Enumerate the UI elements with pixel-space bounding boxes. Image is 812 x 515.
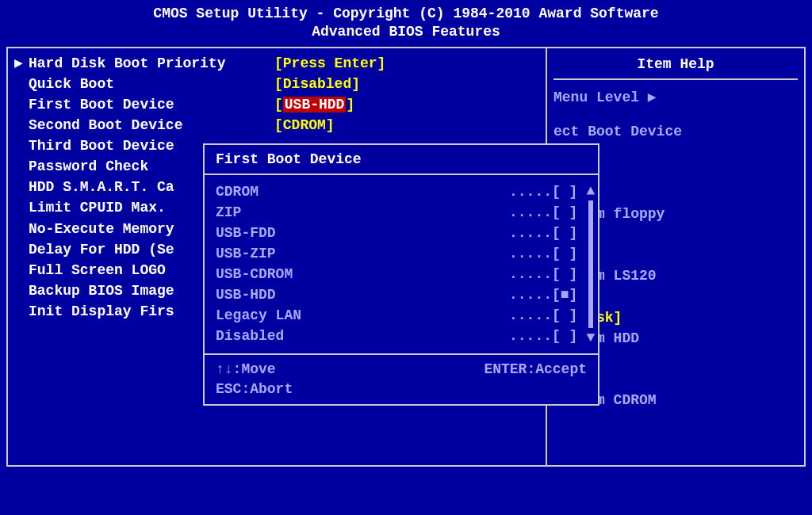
popup-option[interactable]: Legacy LAN ..... [ ]: [216, 305, 587, 326]
scroll-thumb[interactable]: [588, 200, 593, 328]
setting-label: First Boot Device: [29, 94, 274, 115]
setting-value[interactable]: [USB-HDD]: [274, 94, 354, 115]
row-arrow-icon: [14, 115, 29, 135]
popup-dots: .....: [509, 264, 552, 284]
header-subtitle: Advanced BIOS Features: [6, 23, 806, 41]
help-line: ect Boot Device: [553, 121, 798, 142]
popup-option[interactable]: USB-FDD ..... [ ]: [216, 223, 587, 243]
boot-device-popup: First Boot Device CDROM ..... [ ]ZIP ...…: [203, 143, 599, 406]
popup-option[interactable]: USB-HDD ..... [■]: [216, 284, 587, 305]
popup-option-marker: [ ]: [552, 223, 587, 243]
popup-dots: .....: [509, 181, 552, 202]
settings-row[interactable]: Quick Boot[Disabled]: [14, 74, 539, 94]
settings-row[interactable]: ▶Hard Disk Boot Priority[Press Enter]: [14, 53, 539, 74]
popup-option-marker: [ ]: [552, 243, 587, 264]
row-arrow-icon: ▶: [14, 53, 29, 74]
row-arrow-icon: [14, 280, 29, 301]
popup-option-name: USB-ZIP: [216, 243, 509, 264]
setting-value[interactable]: [Disabled]: [274, 74, 360, 94]
popup-option-marker: [ ]: [552, 202, 587, 223]
setting-label: Second Boot Device: [29, 115, 274, 135]
help-text: ect Boot Device: [553, 124, 682, 139]
popup-dots: .....: [509, 305, 552, 326]
popup-option[interactable]: USB-CDROM ..... [ ]: [216, 264, 587, 284]
popup-option-marker: [ ]: [552, 326, 587, 346]
popup-dots: .....: [509, 326, 552, 346]
popup-option-name: USB-FDD: [216, 223, 509, 243]
main-frame: ▶Hard Disk Boot Priority[Press Enter]Qui…: [6, 47, 806, 467]
row-arrow-icon: [14, 74, 29, 94]
popup-option[interactable]: Disabled ..... [ ]: [216, 326, 587, 346]
popup-title: First Boot Device: [205, 151, 598, 175]
scroll-down-icon[interactable]: ▼: [587, 330, 596, 345]
row-arrow-icon: [14, 156, 29, 177]
popup-option-marker: [ ]: [552, 305, 587, 326]
popup-option-name: USB-HDD: [216, 284, 509, 305]
popup-option-name: CDROM: [216, 181, 509, 202]
header-title: CMOS Setup Utility - Copyright (C) 1984-…: [6, 5, 806, 23]
popup-list: CDROM ..... [ ]ZIP ..... [ ]USB-FDD ....…: [205, 181, 598, 347]
row-arrow-icon: [14, 301, 29, 322]
popup-dots: .....: [509, 243, 552, 264]
popup-footer: ↑↓:Move ENTER:Accept ESC:Abort: [205, 353, 598, 399]
menu-level: Menu Level ▶: [553, 88, 798, 105]
scroll-up-icon[interactable]: ▲: [587, 183, 596, 199]
popup-option-name: Disabled: [216, 326, 509, 346]
popup-option-marker: [ ]: [552, 264, 587, 284]
row-arrow-icon: [14, 260, 29, 280]
popup-option-name: USB-CDROM: [216, 264, 509, 284]
row-arrow-icon: [14, 135, 29, 156]
popup-option-name: Legacy LAN: [216, 305, 509, 326]
popup-dots: .....: [509, 284, 552, 305]
setting-value[interactable]: [CDROM]: [274, 115, 335, 135]
help-title: Item Help: [553, 53, 798, 80]
row-arrow-icon: [14, 177, 29, 197]
settings-row[interactable]: Second Boot Device[CDROM]: [14, 115, 539, 135]
row-arrow-icon: [14, 239, 29, 260]
popup-abort-hint: ESC:Abort: [216, 380, 293, 399]
settings-row[interactable]: First Boot Device[USB-HDD]: [14, 94, 539, 115]
popup-option[interactable]: CDROM ..... [ ]: [216, 181, 587, 202]
popup-option[interactable]: ZIP ..... [ ]: [216, 202, 587, 223]
popup-option-name: ZIP: [216, 202, 509, 223]
row-arrow-icon: [14, 197, 29, 218]
popup-option[interactable]: USB-ZIP ..... [ ]: [216, 243, 587, 264]
row-arrow-icon: [14, 219, 29, 239]
bios-header: CMOS Setup Utility - Copyright (C) 1984-…: [6, 5, 806, 42]
setting-label: Hard Disk Boot Priority: [29, 53, 274, 74]
popup-option-marker: [■]: [552, 284, 587, 305]
setting-label: Quick Boot: [29, 74, 274, 94]
popup-dots: .....: [509, 223, 552, 243]
popup-accept-hint: ENTER:Accept: [484, 360, 587, 380]
popup-scrollbar[interactable]: ▲ ▼: [585, 183, 596, 345]
popup-move-hint: ↑↓:Move: [216, 360, 276, 380]
setting-value[interactable]: [Press Enter]: [274, 53, 385, 74]
row-arrow-icon: [14, 94, 29, 115]
popup-dots: .....: [509, 202, 552, 223]
bottom-help: ↑↓→←:Move Enter:Select +/-/PU/PD:Value F…: [6, 471, 806, 515]
popup-option-marker: [ ]: [552, 181, 587, 202]
